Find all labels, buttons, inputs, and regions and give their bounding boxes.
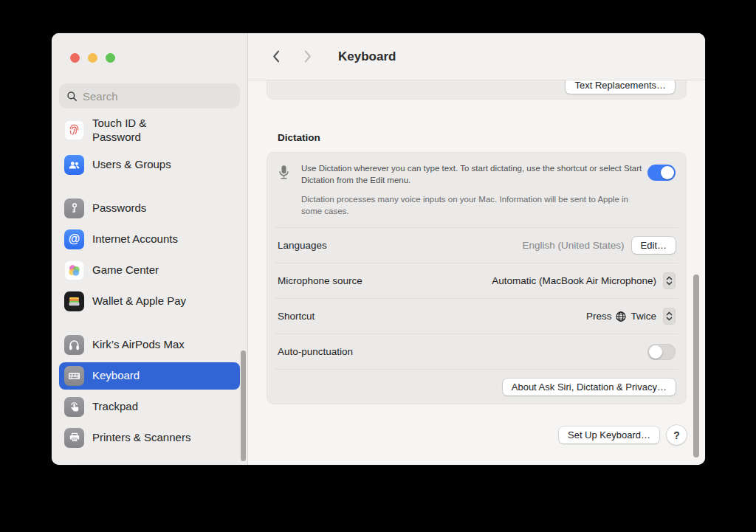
languages-row: Languages English (United States) Edit…	[275, 227, 678, 263]
sidebar-item-label: Wallet & Apple Pay	[92, 294, 186, 308]
stepper-chevrons-icon	[665, 275, 673, 286]
desktop-background: Search Touch ID & Password	[0, 0, 756, 532]
system-settings-window: Search Touch ID & Password	[52, 33, 705, 465]
languages-value: English (United States)	[523, 240, 625, 251]
dictation-toggle[interactable]	[647, 165, 676, 181]
sidebar-item-label: Internet Accounts	[92, 232, 178, 246]
auto-punctuation-label: Auto-punctuation	[278, 346, 353, 357]
page-title: Keyboard	[338, 49, 396, 64]
dictation-description: Use Dictation wherever you can type text…	[301, 162, 647, 217]
stepper-chevrons-icon	[665, 311, 673, 322]
chevron-left-icon	[272, 49, 281, 63]
headphones-icon	[64, 335, 84, 355]
sidebar-item-trackpad[interactable]: Trackpad	[59, 393, 240, 421]
zoom-window-button[interactable]	[106, 53, 115, 63]
sidebar-item-touch-id-password[interactable]: Touch ID & Password	[59, 114, 240, 148]
search-input[interactable]: Search	[59, 83, 240, 108]
sidebar-item-passwords[interactable]: Passwords	[59, 195, 240, 222]
main-header: Keyboard	[248, 33, 705, 80]
about-siri-dictation-privacy-button[interactable]: About Ask Siri, Dictation & Privacy…	[503, 379, 676, 395]
sidebar-item-label: Printers & Scanners	[92, 431, 190, 445]
at-icon: @	[64, 229, 84, 249]
dictation-description-line2: Dictation processes many voice inputs on…	[301, 193, 647, 218]
shortcut-stepper[interactable]	[663, 308, 676, 325]
main-scrollbar[interactable]	[693, 274, 699, 457]
sidebar-list: Touch ID & Password Users & Groups	[52, 108, 247, 452]
microphone-source-value: Automatic (MacBook Air Microphone)	[492, 275, 656, 286]
sidebar-item-label: Keyboard	[92, 369, 140, 383]
key-icon	[64, 198, 84, 218]
sidebar-item-wallet-apple-pay[interactable]: Wallet & Apple Pay	[59, 288, 240, 315]
main-pane: Keyboard Text Replacements… Dictation	[248, 33, 705, 465]
globe-icon	[615, 311, 627, 322]
sidebar-item-label: Kirk’s AirPods Max	[92, 338, 185, 352]
sidebar-item-internet-accounts[interactable]: @ Internet Accounts	[59, 226, 240, 253]
about-row: About Ask Siri, Dictation & Privacy…	[275, 369, 678, 404]
shortcut-value-prefix: Press	[586, 311, 612, 322]
printer-icon	[64, 428, 84, 448]
shortcut-row: Shortcut Press Twice	[275, 298, 678, 334]
users-icon	[64, 155, 84, 175]
text-replacements-button[interactable]: Text Replacements…	[566, 80, 675, 94]
auto-punctuation-row: Auto-punctuation	[275, 334, 678, 369]
dictation-enable-row: Use Dictation wherever you can type text…	[275, 152, 678, 227]
footer-actions: Set Up Keyboard… ?	[267, 425, 687, 445]
microphone-icon	[278, 162, 301, 184]
window-controls	[52, 33, 247, 63]
sidebar-scrollbar[interactable]	[241, 350, 246, 461]
sidebar-item-printers-scanners[interactable]: Printers & Scanners	[59, 424, 240, 452]
microphone-source-stepper[interactable]	[663, 272, 676, 289]
forward-button[interactable]	[302, 49, 314, 63]
chevron-right-icon	[303, 49, 312, 63]
sidebar-item-label: Game Center	[92, 263, 159, 277]
edit-languages-button[interactable]: Edit…	[632, 237, 676, 254]
auto-punctuation-toggle[interactable]	[647, 344, 676, 360]
keyboard-icon	[64, 366, 84, 386]
touch-id-icon	[64, 120, 84, 140]
search-placeholder: Search	[83, 90, 118, 103]
microphone-source-label: Microphone source	[278, 275, 362, 286]
wallet-icon	[64, 291, 84, 311]
dictation-card: Use Dictation wherever you can type text…	[267, 152, 687, 404]
sidebar-item-airpods-max[interactable]: Kirk’s AirPods Max	[59, 331, 240, 359]
close-window-button[interactable]	[70, 53, 80, 63]
shortcut-value-suffix: Twice	[630, 311, 656, 322]
minimize-window-button[interactable]	[88, 53, 97, 63]
sidebar-item-users-groups[interactable]: Users & Groups	[59, 151, 240, 179]
sidebar-item-keyboard[interactable]: Keyboard	[59, 362, 240, 390]
sidebar: Search Touch ID & Password	[52, 33, 248, 465]
sidebar-item-game-center[interactable]: Game Center	[59, 257, 240, 284]
text-section-card: Text Replacements…	[267, 80, 687, 100]
game-center-icon	[64, 260, 84, 280]
search-icon	[66, 91, 78, 102]
microphone-source-row: Microphone source Automatic (MacBook Air…	[275, 263, 678, 298]
sidebar-item-label: Passwords	[92, 201, 146, 215]
back-button[interactable]	[270, 49, 282, 63]
toggle-knob	[649, 345, 662, 359]
sidebar-item-label: Trackpad	[92, 400, 138, 414]
shortcut-label: Shortcut	[278, 311, 315, 322]
shortcut-value: Press Twice	[586, 311, 656, 322]
settings-scroll-area: Text Replacements… Dictation	[248, 80, 705, 465]
dictation-section-title: Dictation	[267, 132, 687, 143]
toggle-knob	[661, 166, 674, 179]
trackpad-icon	[64, 397, 84, 417]
help-button[interactable]: ?	[667, 425, 687, 445]
languages-label: Languages	[278, 240, 327, 251]
sidebar-item-label: Touch ID & Password	[92, 117, 179, 145]
sidebar-item-label: Users & Groups	[92, 158, 171, 172]
set-up-keyboard-button[interactable]: Set Up Keyboard…	[559, 426, 659, 443]
dictation-description-line1: Use Dictation wherever you can type text…	[301, 162, 647, 187]
